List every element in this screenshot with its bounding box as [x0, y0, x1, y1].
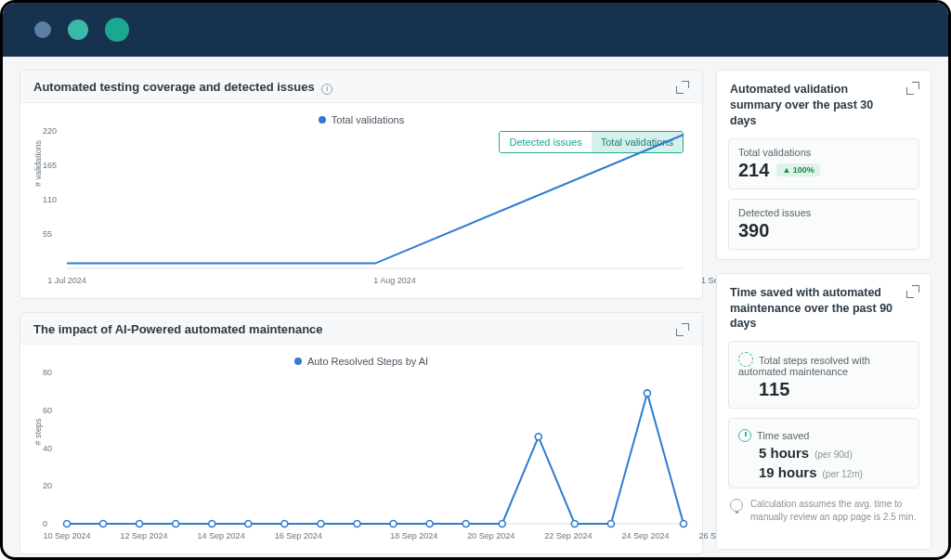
xtick: 10 Sep 2024 [43, 531, 90, 540]
legend-dot-icon [294, 358, 302, 365]
card-ai-impact: The impact of AI-Powered automated maint… [20, 312, 703, 554]
legend-coverage: Total validations [33, 109, 689, 127]
metric-value: 214 ▲ 100% [738, 160, 909, 181]
footnote: Calculation assumes the avg. time to man… [717, 498, 931, 532]
value-text: 214 [738, 160, 769, 181]
target-icon [738, 352, 753, 367]
ytick: 220 [43, 126, 57, 136]
metric-label: Total validations [738, 147, 909, 158]
legend-label: Total validations [332, 114, 404, 125]
metric-value: 115 [759, 379, 909, 400]
xtick: 1 Aug 2024 [373, 276, 416, 285]
xtick: 22 Sep 2024 [544, 531, 592, 540]
ytick: 110 [43, 195, 57, 204]
chart-svg [67, 372, 684, 524]
ytick: 165 [43, 161, 57, 170]
timesaved-head: Time saved with automated maintenance ov… [717, 274, 931, 342]
legend-dot-icon [319, 116, 326, 124]
svg-point-7 [245, 521, 252, 527]
info-icon[interactable]: i [321, 84, 332, 95]
chart-svg [67, 131, 684, 268]
svg-point-15 [535, 434, 541, 440]
yaxis-label: # steps [33, 418, 43, 445]
svg-point-10 [354, 521, 360, 527]
card-summary-30d: Automated validation summary over the pa… [716, 70, 931, 260]
legend-label: Auto Resolved Steps by AI [307, 356, 428, 367]
trend-value: 100% [793, 165, 814, 175]
card-coverage-head: Automated testing coverage and detected … [20, 71, 702, 103]
title-text: Automated testing coverage and detected … [33, 80, 315, 94]
value-text: 19 hours [759, 464, 817, 480]
ytick: 20 [43, 481, 52, 490]
suffix-text: (per 12m) [823, 469, 863, 479]
label-text: Time saved [757, 430, 809, 441]
ytick: 55 [43, 229, 52, 239]
chart-coverage-body: Total validations Detected issues Total … [20, 103, 702, 298]
window-dot-3 [105, 18, 129, 42]
bulb-icon [730, 499, 743, 512]
xtick: 20 Sep 2024 [467, 531, 515, 540]
clock-icon [738, 429, 751, 442]
svg-point-12 [426, 521, 433, 527]
left-column: Automated testing coverage and detected … [20, 70, 703, 550]
timesaved-title: Time saved with automated maintenance ov… [730, 285, 918, 332]
card-coverage: Automated testing coverage and detected … [20, 70, 703, 299]
card-ai-title: The impact of AI-Powered automated maint… [33, 322, 323, 336]
metric-label: Detected issues [738, 207, 909, 218]
metric-label: Time saved [738, 426, 909, 441]
suffix-text: (per 90d) [814, 449, 853, 460]
expand-icon[interactable] [676, 81, 689, 94]
xtick: 1 Jul 2024 [47, 276, 86, 285]
xtick: 16 Sep 2024 [275, 531, 322, 540]
xtick: 18 Sep 2024 [390, 531, 437, 540]
ytick: 40 [43, 444, 52, 453]
summary-head: Automated validation summary over the pa… [717, 71, 931, 138]
window-dot-2 [68, 20, 88, 40]
svg-point-19 [681, 521, 687, 527]
svg-point-13 [462, 521, 469, 527]
svg-point-16 [571, 521, 578, 527]
summary-title: Automated validation summary over the pa… [730, 82, 918, 129]
window-titlebar [3, 3, 948, 57]
metric-detected-issues: Detected issues 390 [728, 199, 919, 250]
expand-icon[interactable] [676, 323, 689, 336]
svg-point-18 [644, 390, 650, 397]
metric-value: 390 [738, 220, 909, 241]
svg-point-4 [137, 521, 143, 527]
ytick: 0 [43, 519, 47, 528]
time-per-90d: 5 hours (per 90d) [759, 445, 909, 461]
expand-icon[interactable] [906, 285, 919, 298]
chart-ai-body: Auto Resolved Steps by AI # steps 020406… [20, 345, 702, 553]
yaxis-label: # validations [33, 140, 43, 187]
svg-point-8 [281, 521, 288, 527]
right-column: Automated validation summary over the pa… [716, 70, 931, 550]
metric-label: Total steps resolved with automated main… [738, 349, 909, 377]
metric-time-saved: Time saved 5 hours (per 90d) 19 hours (p… [728, 418, 919, 488]
chart-coverage-plot: # validations 55110165220 1 Jul 20241 Au… [33, 131, 689, 289]
svg-point-5 [173, 521, 179, 527]
footnote-text: Calculation assumes the avg. time to man… [750, 498, 918, 523]
ytick: 60 [43, 406, 52, 415]
dashboard-content: Automated testing coverage and detected … [3, 57, 948, 560]
svg-point-11 [390, 521, 397, 527]
xtick: 14 Sep 2024 [198, 531, 245, 540]
svg-point-14 [499, 521, 505, 527]
xtick: 12 Sep 2024 [121, 531, 168, 540]
time-per-12m: 19 hours (per 12m) [759, 464, 909, 480]
xtick: 24 Sep 2024 [621, 531, 669, 540]
expand-icon[interactable] [906, 82, 919, 95]
svg-point-3 [100, 521, 107, 527]
card-ai-head: The impact of AI-Powered automated maint… [20, 313, 702, 345]
trend-badge: ▲ 100% [776, 163, 819, 176]
app-window: Automated testing coverage and detected … [0, 0, 951, 560]
window-dot-1 [34, 21, 51, 38]
label-text: Total steps resolved with automated main… [738, 355, 870, 377]
chart-ai-plot: # steps 020406080 10 Sep 202412 Sep 2024… [33, 372, 689, 544]
value-text: 5 hours [759, 445, 809, 461]
legend-ai: Auto Resolved Steps by AI [33, 350, 689, 369]
card-coverage-title: Automated testing coverage and detected … [33, 80, 332, 95]
ytick: 80 [43, 368, 52, 377]
svg-point-17 [607, 521, 614, 527]
metric-steps-resolved: Total steps resolved with automated main… [728, 341, 919, 409]
card-time-saved: Time saved with automated maintenance ov… [716, 273, 931, 550]
